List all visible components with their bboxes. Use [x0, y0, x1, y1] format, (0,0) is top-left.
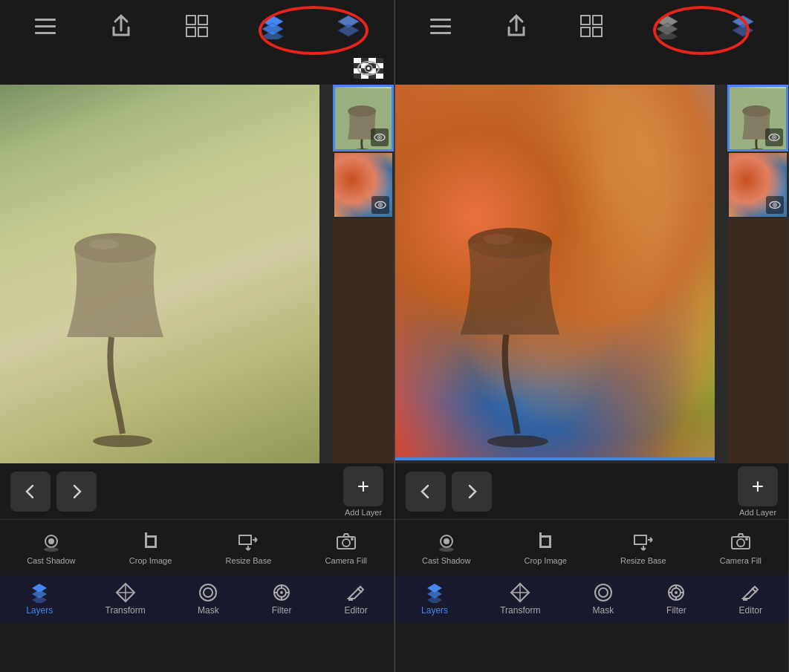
right-toolbar [395, 0, 788, 52]
left-add-layer-btn[interactable]: + Add Layer [343, 466, 383, 517]
right-panel: + Add Layer Cast Shadow [394, 0, 789, 672]
svg-point-106 [737, 539, 744, 547]
svg-line-70 [357, 588, 362, 593]
right-tab-editor[interactable]: Editor [730, 579, 771, 619]
left-camera-fill-tool[interactable]: Camera Fill [319, 526, 373, 568]
right-layers-stack-btn[interactable] [725, 8, 761, 44]
svg-rect-2 [35, 32, 56, 34]
left-main-image [0, 85, 319, 463]
left-prev-btn[interactable] [10, 472, 51, 512]
svg-point-97 [444, 538, 449, 544]
left-thumb-2[interactable] [333, 151, 394, 218]
svg-rect-74 [430, 32, 451, 34]
right-grid-btn[interactable] [574, 8, 609, 44]
right-add-layer-btn[interactable]: + Add Layer [738, 466, 778, 517]
left-nav-row: + Add Layer [0, 463, 394, 519]
svg-rect-73 [430, 25, 451, 27]
svg-point-30 [367, 67, 370, 70]
right-thumb-1[interactable] [727, 85, 788, 151]
left-layers-active-btn[interactable] [255, 8, 290, 44]
svg-rect-3 [186, 16, 195, 25]
right-thumb-2-eye[interactable] [766, 196, 784, 214]
right-spacer [395, 52, 788, 85]
right-thumb-2[interactable] [727, 151, 788, 218]
svg-rect-78 [593, 27, 602, 36]
svg-point-98 [439, 547, 454, 552]
svg-point-92 [773, 137, 775, 138]
svg-point-118 [675, 591, 678, 594]
svg-rect-51 [239, 535, 251, 544]
svg-point-85 [487, 435, 548, 447]
svg-rect-48 [145, 532, 147, 535]
right-nav-row: + Add Layer [395, 463, 788, 519]
svg-marker-57 [32, 596, 47, 603]
right-menu-btn[interactable] [423, 8, 458, 44]
left-layers-stack-btn[interactable] [331, 8, 366, 44]
right-thumb-dark-area [727, 218, 788, 463]
right-camera-fill-tool[interactable]: Camera Fill [714, 526, 767, 568]
svg-point-95 [774, 204, 776, 206]
right-tab-filter[interactable]: Filter [657, 579, 695, 619]
svg-line-123 [752, 588, 756, 593]
left-cast-shadow-tool[interactable]: Cast Shadow [21, 526, 81, 568]
left-next-btn[interactable] [56, 472, 97, 512]
left-visibility-btn[interactable] [354, 53, 383, 83]
left-tab-mask[interactable]: Mask [189, 579, 228, 619]
svg-point-45 [44, 547, 59, 552]
right-lamp-svg [432, 182, 618, 457]
svg-rect-12 [354, 58, 361, 63]
svg-point-53 [342, 539, 350, 547]
left-tools-row: Cast Shadow Crop Image [0, 519, 394, 575]
svg-point-86 [483, 234, 513, 244]
right-tab-mask[interactable]: Mask [584, 579, 623, 619]
svg-rect-6 [198, 27, 207, 36]
svg-point-61 [200, 584, 216, 601]
svg-rect-75 [581, 16, 590, 25]
left-share-btn[interactable] [103, 8, 139, 44]
left-tab-layers[interactable]: Layers [17, 579, 62, 619]
left-tab-filter[interactable]: Filter [262, 579, 301, 619]
left-thumb-panel [333, 85, 394, 463]
right-canvas [395, 85, 788, 463]
left-resize-base-tool[interactable]: Resize Base [220, 526, 278, 568]
left-tab-transform[interactable]: Transform [97, 579, 155, 619]
left-grid-btn[interactable] [179, 8, 215, 44]
svg-rect-15 [376, 58, 383, 63]
right-tab-transform[interactable]: Transform [491, 579, 549, 619]
left-tab-editor[interactable]: Editor [335, 579, 376, 619]
right-thumb-1-eye[interactable] [765, 128, 783, 146]
right-resize-base-tool[interactable]: Resize Base [614, 526, 672, 568]
right-tab-layers[interactable]: Layers [412, 579, 457, 619]
left-thumb-dark-area [333, 218, 394, 463]
left-toolbar [0, 0, 394, 52]
svg-point-32 [93, 435, 152, 447]
svg-rect-50 [145, 535, 157, 538]
svg-rect-104 [634, 535, 646, 544]
svg-marker-81 [657, 30, 678, 39]
svg-marker-83 [733, 25, 753, 36]
right-prev-btn[interactable] [406, 472, 446, 512]
svg-point-114 [595, 584, 611, 601]
svg-rect-27 [376, 74, 383, 79]
right-layers-active-btn[interactable] [649, 8, 685, 44]
svg-rect-76 [593, 16, 602, 25]
right-share-btn[interactable] [499, 8, 534, 44]
right-cast-shadow-tool[interactable]: Cast Shadow [416, 526, 476, 568]
svg-point-39 [379, 137, 380, 138]
right-next-btn[interactable] [452, 472, 492, 512]
left-thumb-1[interactable] [333, 85, 394, 151]
left-thumb-1-eye[interactable] [371, 128, 389, 146]
left-thumb-2-eye[interactable] [371, 196, 389, 214]
left-crop-image-tool[interactable]: Crop Image [123, 526, 178, 568]
svg-point-33 [89, 239, 119, 249]
svg-point-115 [599, 588, 608, 597]
svg-rect-1 [35, 25, 56, 27]
left-canvas [0, 85, 394, 463]
svg-rect-103 [539, 535, 551, 538]
right-crop-image-tool[interactable]: Crop Image [518, 526, 572, 568]
right-blue-bar [395, 457, 715, 460]
svg-marker-11 [338, 25, 359, 36]
svg-point-42 [380, 204, 381, 206]
svg-rect-72 [430, 19, 451, 21]
left-menu-btn[interactable] [27, 8, 63, 44]
